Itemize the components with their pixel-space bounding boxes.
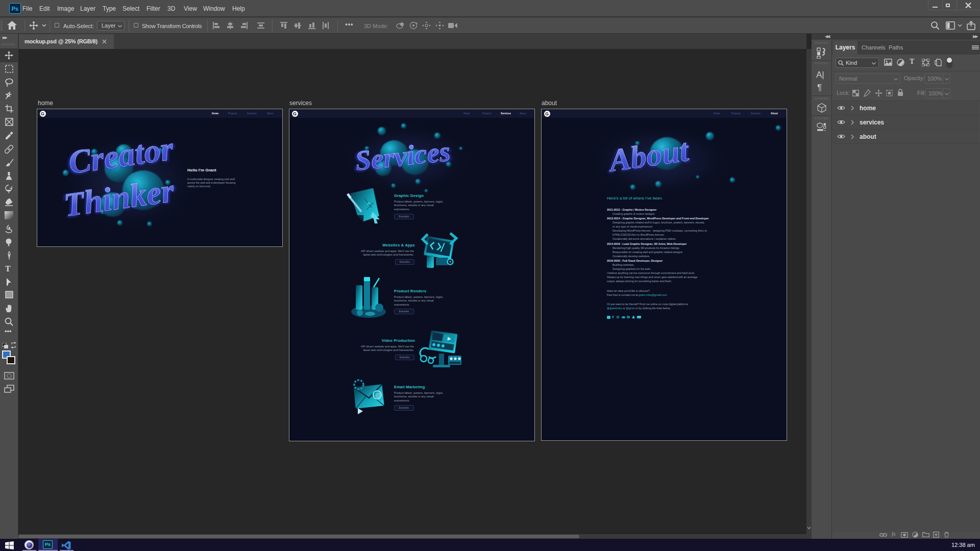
svg-text:@: @: [375, 392, 381, 398]
